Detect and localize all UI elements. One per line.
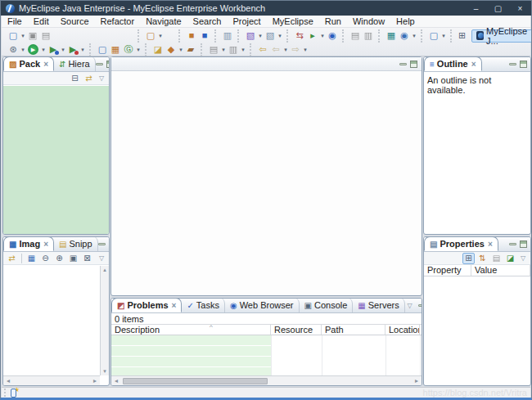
profile-as-dropdown-icon[interactable]: ▾ [79,47,86,53]
launch-dropdown-icon[interactable]: ▾ [178,47,184,53]
collapse-all-icon[interactable]: ⊟ [69,73,81,84]
run-icon[interactable]: ▶ [28,44,38,55]
gallery-icon[interactable]: ▦ [385,29,398,42]
web-tool-a-icon[interactable]: ▤ [349,29,362,42]
panel-maximize-icon[interactable] [520,240,527,248]
prev-annotation-dropdown-icon[interactable]: ▾ [220,47,227,53]
panel-maximize-icon[interactable] [520,61,527,68]
perspective-myeclipse-button[interactable]: MyEclipse J... [471,29,532,43]
editor-minimize-icon[interactable] [399,63,407,65]
back-dropdown-icon[interactable]: ▾ [282,47,289,53]
scroll-thumb[interactable] [123,378,268,384]
problems-table-body[interactable] [111,335,422,377]
menu-project[interactable]: Project [227,16,266,27]
web-tool-b-icon[interactable]: ▥ [362,29,375,42]
tab-problems[interactable]: ◩ Problems × [111,298,182,312]
run-on-server-icon[interactable]: ▸ [306,29,319,42]
deploy-cube-icon[interactable]: ■ [185,29,198,42]
scroll-right-icon[interactable]: ▸ [412,377,422,384]
tab-tasks[interactable]: ✓ Tasks [182,298,225,312]
view-menu-icon[interactable]: ▽ [97,74,106,82]
status-notification-icon[interactable] [11,389,16,398]
menu-navigate[interactable]: Navigate [140,16,187,27]
launch-icon[interactable]: ◆ [165,43,178,56]
globe-secondary-dropdown-icon[interactable]: ▾ [411,33,417,39]
column-path[interactable]: Path [322,325,385,335]
column-resource[interactable]: Resource [271,325,322,335]
actual-size-icon[interactable]: ▣ [67,253,79,264]
tab-outline-close-icon[interactable]: × [471,60,476,69]
open-perspective-icon[interactable]: ⊞ [457,29,467,42]
panel-minimize-icon[interactable] [509,243,516,245]
scroll-down-icon[interactable]: ▾ [103,368,106,375]
next-annotation-dropdown-icon[interactable]: ▾ [240,47,246,53]
maximize-button[interactable]: ▢ [487,1,509,16]
tab-servers[interactable]: ▦ Servers [353,298,404,312]
menu-myeclipse[interactable]: MyEclipse [267,16,319,27]
scroll-up-icon[interactable]: ▴ [103,267,106,273]
pin-to-selection-icon[interactable]: ◪ [504,253,516,264]
new-wizard-icon[interactable]: ▢ [7,29,20,42]
tab-package-close-icon[interactable]: × [43,60,48,69]
back-icon[interactable]: ⇦ [269,43,282,56]
zoom-in-icon[interactable]: ⊕ [53,253,65,264]
new-wizard-dropdown-icon[interactable]: ▾ [20,33,26,39]
view-menu-icon[interactable]: ▽ [518,254,528,262]
forward-dropdown-icon[interactable]: ▾ [302,47,309,53]
tab-console[interactable]: ▣ Console [300,298,354,312]
package-cube-icon[interactable]: ■ [198,29,211,42]
tab-problems-close-icon[interactable]: × [172,301,177,310]
prev-annotation-icon[interactable]: ▤ [207,43,220,56]
print-icon[interactable]: ▤ [39,29,52,42]
tab-snippets[interactable]: ▤ Snipp [54,236,98,251]
next-annotation-icon[interactable]: ▥ [227,43,240,56]
link-with-editor-icon[interactable]: ⇄ [83,73,95,84]
run-as-dropdown-icon[interactable]: ▾ [60,47,66,53]
tab-properties-close-icon[interactable]: × [488,240,493,249]
editor-maximize-icon[interactable] [410,61,417,68]
menu-source[interactable]: Source [55,16,95,27]
save-icon[interactable]: ▣ [26,29,39,42]
server-icon[interactable]: ▥ [221,29,234,42]
panel-maximize-icon[interactable] [109,240,110,248]
refresh-icon[interactable]: Ⓖ [122,43,135,56]
tab-package-explorer[interactable]: ▨ Pack × [3,56,54,71]
package-icon[interactable]: ▰ [184,43,197,56]
wizard-a-icon[interactable]: ▧ [244,29,257,42]
column-property[interactable]: Property [424,265,471,276]
run-as-icon[interactable]: ▶ [47,43,60,56]
fit-to-window-icon[interactable]: ⊠ [81,253,93,264]
forward-icon[interactable]: ⇨ [289,43,302,56]
image-link-icon[interactable]: ⇄ [6,253,18,264]
scroll-left-icon[interactable]: ◂ [111,377,121,384]
tab-outline[interactable]: ≡ Outline × [424,56,482,71]
column-value[interactable]: Value [471,265,530,276]
panel-minimize-icon[interactable] [418,304,422,307]
panel-minimize-icon[interactable] [96,63,103,65]
new-web-project-dropdown-icon[interactable]: ▾ [157,33,164,39]
tab-image-preview[interactable]: ▦ Imag × [3,236,54,251]
web-browser-dropdown-icon[interactable]: ▾ [440,33,447,39]
panel-minimize-icon[interactable] [98,243,106,245]
view-menu-icon[interactable]: ▽ [405,302,415,309]
zoom-out-icon[interactable]: ⊖ [39,253,52,264]
wizard-b-icon[interactable]: ▧ [264,29,277,42]
horizontal-scrollbar[interactable]: ◂ ▸ [111,375,422,385]
profile-as-icon[interactable]: ▶ [66,43,79,56]
menu-search[interactable]: Search [187,16,228,27]
editor-area[interactable] [110,56,422,296]
show-advanced-icon[interactable]: ⇅ [476,253,489,264]
show-categories-icon[interactable]: ⊞ [462,253,475,264]
vertical-scrollbar[interactable]: ▴ ▾ [100,266,109,375]
tab-image-close-icon[interactable]: × [43,240,48,249]
scroll-right-icon[interactable]: ▸ [90,377,100,384]
column-description[interactable]: Description [111,325,271,335]
new-web-project-icon[interactable]: ▢ [144,29,157,42]
new-java-project-icon[interactable]: ▢ [96,43,109,56]
minimize-button[interactable]: – [465,1,487,16]
run-dropdown-icon[interactable]: ▾ [40,47,47,53]
package-explorer-tree[interactable] [3,86,109,234]
view-menu-icon[interactable]: ▽ [97,254,106,262]
close-button[interactable]: × [509,1,531,16]
image-tool-icon[interactable]: ▦ [25,253,38,264]
